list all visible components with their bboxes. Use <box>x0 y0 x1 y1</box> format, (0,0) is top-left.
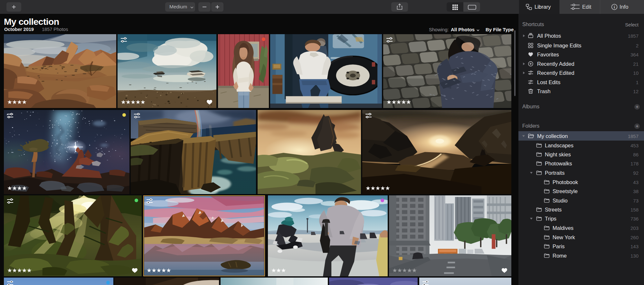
svg-text:i: i <box>614 5 615 9</box>
svg-text:Library: Library <box>535 4 551 10</box>
svg-text:Info: Info <box>620 4 629 10</box>
svg-text:Edit: Edit <box>582 4 592 10</box>
